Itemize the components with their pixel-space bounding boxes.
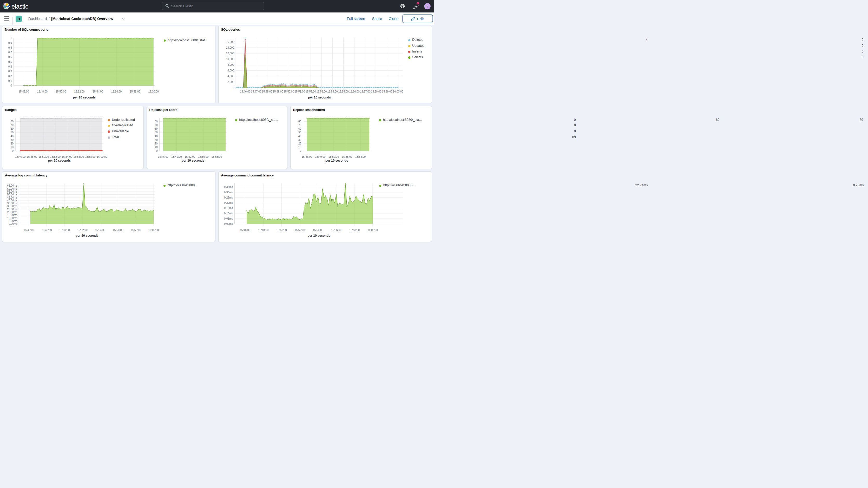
svg-text:0.1: 0.1 bbox=[8, 80, 12, 82]
svg-text:15:52:00: 15:52:00 bbox=[77, 229, 88, 232]
svg-text:15:53:00: 15:53:00 bbox=[316, 90, 327, 93]
svg-text:15:58:00: 15:58:00 bbox=[355, 155, 366, 158]
svg-text:15:46:00: 15:46:00 bbox=[15, 155, 26, 158]
svg-text:16:00:00: 16:00:00 bbox=[368, 229, 378, 232]
svg-text:15:48:00: 15:48:00 bbox=[37, 90, 48, 93]
svg-text:10: 10 bbox=[155, 146, 158, 149]
svg-text:15:55:00: 15:55:00 bbox=[342, 155, 352, 158]
svg-text:0.5: 0.5 bbox=[8, 61, 12, 63]
svg-text:15:58:00: 15:58:00 bbox=[371, 90, 381, 93]
svg-text:15:52:00: 15:52:00 bbox=[74, 90, 85, 93]
svg-text:10: 10 bbox=[298, 146, 302, 149]
svg-text:0.35ms: 0.35ms bbox=[224, 186, 233, 188]
svg-text:70: 70 bbox=[155, 124, 158, 126]
svg-text:15:59:00: 15:59:00 bbox=[382, 90, 392, 93]
svg-text:8,000: 8,000 bbox=[227, 63, 234, 66]
svg-text:15:52:00: 15:52:00 bbox=[329, 155, 339, 158]
svg-text:60: 60 bbox=[155, 127, 158, 130]
svg-text:20: 20 bbox=[11, 142, 14, 145]
svg-text:16,000: 16,000 bbox=[226, 40, 235, 43]
svg-text:15:55:00: 15:55:00 bbox=[338, 90, 348, 93]
svg-text:15:56:00: 15:56:00 bbox=[111, 90, 122, 93]
svg-text:30: 30 bbox=[298, 139, 302, 141]
svg-text:0.00ms: 0.00ms bbox=[224, 222, 233, 225]
svg-text:0: 0 bbox=[300, 149, 302, 152]
svg-text:16:00:00: 16:00:00 bbox=[393, 90, 403, 93]
svg-text:15:46:00: 15:46:00 bbox=[24, 229, 34, 232]
svg-text:16:00:00: 16:00:00 bbox=[97, 155, 107, 158]
svg-text:0.25ms: 0.25ms bbox=[224, 196, 233, 199]
svg-text:6,000: 6,000 bbox=[227, 69, 234, 72]
svg-text:70: 70 bbox=[298, 124, 302, 126]
svg-text:15:54:00: 15:54:00 bbox=[93, 90, 103, 93]
svg-text:65.00ms: 65.00ms bbox=[7, 184, 18, 187]
svg-text:0.20ms: 0.20ms bbox=[224, 202, 233, 204]
svg-text:50.00ms: 50.00ms bbox=[7, 193, 18, 196]
svg-text:40: 40 bbox=[298, 135, 302, 138]
svg-text:15:57:00: 15:57:00 bbox=[360, 90, 370, 93]
svg-text:15:54:00: 15:54:00 bbox=[313, 229, 323, 232]
svg-text:10.00ms: 10.00ms bbox=[7, 217, 18, 220]
svg-text:per 10 seconds: per 10 seconds bbox=[75, 234, 98, 238]
svg-text:15:46:00: 15:46:00 bbox=[19, 90, 29, 93]
svg-text:15:56:00: 15:56:00 bbox=[113, 229, 123, 232]
svg-text:15:48:00: 15:48:00 bbox=[41, 229, 52, 232]
svg-text:15:58:00: 15:58:00 bbox=[212, 155, 222, 158]
svg-text:15:52:00: 15:52:00 bbox=[305, 90, 316, 93]
svg-text:15:46:00: 15:46:00 bbox=[240, 229, 250, 232]
svg-text:0: 0 bbox=[12, 149, 13, 152]
svg-text:40.00ms: 40.00ms bbox=[7, 199, 18, 202]
svg-text:0.2: 0.2 bbox=[8, 75, 12, 78]
svg-text:40: 40 bbox=[155, 135, 158, 138]
svg-text:60: 60 bbox=[298, 127, 302, 130]
svg-text:per 10 seconds: per 10 seconds bbox=[308, 96, 331, 99]
svg-text:15:51:00: 15:51:00 bbox=[294, 90, 305, 93]
svg-text:0: 0 bbox=[10, 84, 12, 87]
svg-text:12,000: 12,000 bbox=[226, 52, 235, 55]
svg-text:0.30ms: 0.30ms bbox=[224, 191, 233, 194]
svg-text:15:49:00: 15:49:00 bbox=[273, 90, 283, 93]
svg-text:50: 50 bbox=[298, 131, 302, 134]
svg-text:0.00ms: 0.00ms bbox=[8, 222, 18, 225]
svg-text:0.9: 0.9 bbox=[8, 41, 12, 44]
svg-text:25.00ms: 25.00ms bbox=[7, 208, 18, 211]
svg-text:0: 0 bbox=[232, 87, 234, 89]
svg-text:15.00ms: 15.00ms bbox=[7, 214, 18, 216]
svg-text:16:00:00: 16:00:00 bbox=[148, 229, 159, 232]
svg-text:1: 1 bbox=[10, 37, 12, 39]
svg-text:15:50:00: 15:50:00 bbox=[283, 90, 294, 93]
svg-text:15:46:00: 15:46:00 bbox=[158, 155, 168, 158]
svg-text:70: 70 bbox=[11, 124, 14, 126]
svg-text:5.00ms: 5.00ms bbox=[8, 220, 18, 222]
svg-text:15:56:00: 15:56:00 bbox=[331, 229, 341, 232]
svg-text:15:52:00: 15:52:00 bbox=[50, 155, 61, 158]
svg-text:15:48:00: 15:48:00 bbox=[262, 90, 272, 93]
svg-text:20: 20 bbox=[155, 142, 158, 145]
svg-text:16:00:00: 16:00:00 bbox=[148, 90, 159, 93]
svg-text:15:47:00: 15:47:00 bbox=[251, 90, 261, 93]
svg-text:15:50:00: 15:50:00 bbox=[56, 90, 66, 93]
svg-text:15:49:00: 15:49:00 bbox=[315, 155, 326, 158]
svg-text:15:58:00: 15:58:00 bbox=[130, 229, 141, 232]
svg-text:15:54:00: 15:54:00 bbox=[95, 229, 105, 232]
svg-text:30.00ms: 30.00ms bbox=[7, 205, 18, 208]
svg-text:15:50:00: 15:50:00 bbox=[59, 229, 70, 232]
svg-text:0.4: 0.4 bbox=[8, 65, 12, 68]
svg-text:15:52:00: 15:52:00 bbox=[185, 155, 195, 158]
svg-text:per 10 seconds: per 10 seconds bbox=[182, 159, 205, 162]
svg-text:20.00ms: 20.00ms bbox=[7, 211, 18, 214]
svg-text:10,000: 10,000 bbox=[226, 58, 235, 61]
svg-text:14,000: 14,000 bbox=[226, 46, 235, 49]
svg-text:15:58:00: 15:58:00 bbox=[349, 229, 360, 232]
svg-text:0.8: 0.8 bbox=[8, 46, 12, 49]
svg-text:0.15ms: 0.15ms bbox=[224, 207, 233, 209]
svg-text:60.00ms: 60.00ms bbox=[7, 187, 18, 190]
svg-text:15:50:00: 15:50:00 bbox=[38, 155, 49, 158]
svg-text:20: 20 bbox=[298, 142, 302, 145]
svg-text:15:46:00: 15:46:00 bbox=[302, 155, 312, 158]
svg-text:15:56:00: 15:56:00 bbox=[73, 155, 84, 158]
svg-text:0.6: 0.6 bbox=[8, 56, 12, 58]
svg-text:15:54:00: 15:54:00 bbox=[327, 90, 338, 93]
svg-text:80: 80 bbox=[11, 120, 14, 123]
svg-text:15:48:00: 15:48:00 bbox=[27, 155, 37, 158]
